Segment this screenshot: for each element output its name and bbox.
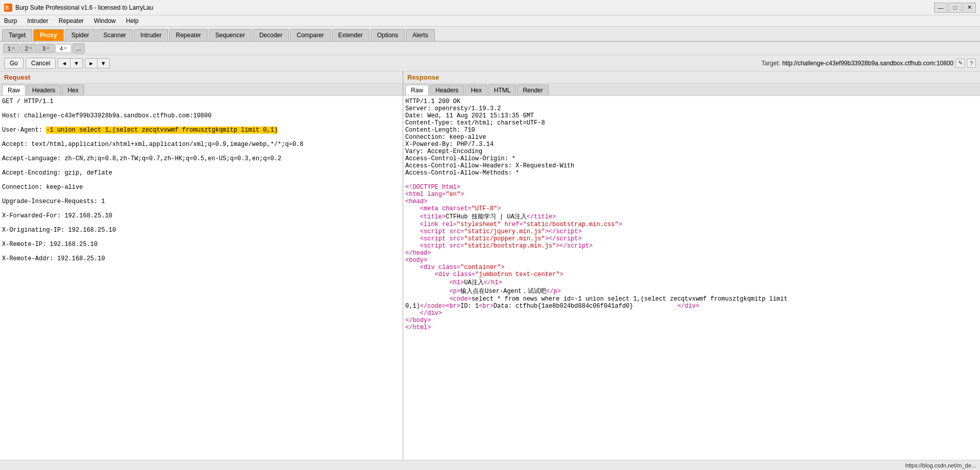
tab-spider[interactable]: Spider xyxy=(65,29,96,41)
res-header-4: Content-Type: text/html; charset=UTF-8 xyxy=(405,119,545,127)
close-button[interactable]: ✕ xyxy=(963,3,976,13)
request-label: Request xyxy=(4,73,30,81)
res-doctype: <!DOCTYPE html> xyxy=(405,184,460,191)
nav-prev-down-button[interactable]: ▼ xyxy=(70,59,82,68)
edit-target-button[interactable]: ✎ xyxy=(955,59,965,68)
nav-next-group: ► ▼ xyxy=(85,58,110,68)
menu-burp[interactable]: Burp xyxy=(2,16,19,26)
response-content[interactable]: HTTP/1.1 200 OK Server: openresty/1.19.3… xyxy=(403,96,980,460)
title-bar-left: B Burp Suite Professional v1.6 - license… xyxy=(4,4,153,12)
request-line-11: X-Remote-IP: 192.168.25.10 xyxy=(2,241,401,248)
request-panel: Request Raw Headers Hex GET / HTTP/1.1 H… xyxy=(0,71,403,460)
sub-tab-4-close[interactable]: × xyxy=(64,45,67,51)
svg-text:B: B xyxy=(5,5,9,11)
tab-alerts[interactable]: Alerts xyxy=(406,29,435,41)
res-html-close: </html> xyxy=(405,324,431,331)
tab-options[interactable]: Options xyxy=(371,29,405,41)
sub-tab-2[interactable]: 2 × xyxy=(20,44,37,53)
request-line-7: Connection: keep-alive xyxy=(2,184,401,191)
nav-next-button[interactable]: ► xyxy=(85,59,97,68)
window-title: Burp Suite Professional v1.6 - licensed … xyxy=(15,4,153,11)
main-content: Request Raw Headers Hex GET / HTTP/1.1 H… xyxy=(0,71,980,460)
title-bar-controls: — □ ✕ xyxy=(934,3,976,13)
menu-intruder[interactable]: Intruder xyxy=(25,16,50,26)
res-body-close: </body> xyxy=(405,317,431,324)
sub-tab-4-label: 4 xyxy=(60,45,63,52)
tab-intruder[interactable]: Intruder xyxy=(134,29,168,41)
sub-tab-3-close[interactable]: × xyxy=(46,45,50,51)
sub-tab-1-close[interactable]: × xyxy=(12,45,15,51)
request-tab-hex[interactable]: Hex xyxy=(62,85,84,95)
menu-bar: Burp Intruder Repeater Window Help xyxy=(0,15,980,27)
res-head-close: </head> xyxy=(405,250,431,257)
sub-tab-2-close[interactable]: × xyxy=(29,45,32,51)
tab-proxy[interactable]: Proxy xyxy=(33,29,63,41)
go-button[interactable]: Go xyxy=(4,58,23,69)
res-header-11: Access-Control-Allow-Methods: * xyxy=(405,169,519,177)
cancel-button[interactable]: Cancel xyxy=(26,58,56,69)
title-bar: B Burp Suite Professional v1.6 - license… xyxy=(0,0,980,15)
target-label: Target: xyxy=(762,60,780,67)
sub-tab-1[interactable]: 1 × xyxy=(3,44,19,53)
sub-tab-3-label: 3 xyxy=(42,45,45,52)
target-url: http://challenge-c43ef99b33928b9a.sandbo… xyxy=(782,60,953,67)
sub-tab-3[interactable]: 3 × xyxy=(38,44,54,53)
app-icon: B xyxy=(4,4,12,12)
response-tab-hex[interactable]: Hex xyxy=(465,85,487,95)
res-header-6: Connection: keep-alive xyxy=(405,134,486,141)
request-tab-raw[interactable]: Raw xyxy=(2,85,26,95)
res-header-3: Date: Wed, 11 Aug 2021 15:13:35 GMT xyxy=(405,112,534,119)
help-target-button[interactable]: ? xyxy=(967,59,976,68)
toolbar: Go Cancel ◄ ▼ ► ▼ Target: http://challen… xyxy=(0,55,980,71)
tab-extender[interactable]: Extender xyxy=(332,29,370,41)
menu-window[interactable]: Window xyxy=(92,16,118,26)
request-line-6: Accept-Encoding: gzip, deflate xyxy=(2,169,401,177)
minimize-button[interactable]: — xyxy=(934,3,947,13)
res-html-open: <html lang="en"> xyxy=(405,191,464,198)
res-header-1: HTTP/1.1 200 OK xyxy=(405,98,460,105)
request-header: Request xyxy=(0,71,403,84)
tab-scanner[interactable]: Scanner xyxy=(96,29,133,41)
request-highlight: -1 union select 1,(select zecqtvxwmf fro… xyxy=(46,127,278,134)
status-url: https://blog.csdn.net/m_de... xyxy=(905,462,976,468)
maximize-button[interactable]: □ xyxy=(948,3,962,13)
res-body-open: <body> xyxy=(405,257,427,264)
nav-prev-group: ◄ ▼ xyxy=(58,58,83,68)
nav-next-down-button[interactable]: ▼ xyxy=(97,59,109,68)
request-line-12: X-Remote-Addr: 192.168.25.10 xyxy=(2,255,401,262)
sub-tab-4[interactable]: 4 × xyxy=(55,44,71,53)
res-header-7: X-Powered-By: PHP/7.3.14 xyxy=(405,141,494,148)
request-line-9: X-Forwarded-For: 192.168.25.10 xyxy=(2,212,401,219)
request-line-8: Upgrade-Insecure-Requests: 1 xyxy=(2,198,401,205)
response-label: Response xyxy=(407,73,439,81)
tab-sequencer[interactable]: Sequencer xyxy=(209,29,252,41)
request-line-2: Host: challenge-c43ef99b33928b9a.sandbox… xyxy=(2,112,401,119)
tab-decoder[interactable]: Decoder xyxy=(253,29,289,41)
request-line-3: User-Agent: -1 union select 1,(select ze… xyxy=(2,127,401,134)
response-tab-raw[interactable]: Raw xyxy=(405,85,429,95)
request-line-10: X-Originating-IP: 192.168.25.10 xyxy=(2,227,401,234)
request-tab-headers[interactable]: Headers xyxy=(27,85,61,95)
tab-comparer[interactable]: Comparer xyxy=(290,29,330,41)
res-head-open: <head> xyxy=(405,198,427,205)
response-tabs: Raw Headers Hex HTML Render xyxy=(403,84,980,96)
sub-tab-ellipsis[interactable]: ... xyxy=(72,43,85,54)
tab-target[interactable]: Target xyxy=(2,29,32,41)
response-header: Response xyxy=(403,71,980,84)
tab-repeater[interactable]: Repeater xyxy=(169,29,207,41)
request-content[interactable]: GET / HTTP/1.1 Host: challenge-c43ef99b3… xyxy=(0,96,403,460)
sub-tab-2-label: 2 xyxy=(25,45,28,52)
response-tab-html[interactable]: HTML xyxy=(488,85,517,95)
nav-prev-button[interactable]: ◄ xyxy=(58,59,70,68)
sub-tab-bar: 1 × 2 × 3 × 4 × ... xyxy=(0,42,980,55)
response-tab-headers[interactable]: Headers xyxy=(430,85,464,95)
res-header-5: Content-Length: 710 xyxy=(405,127,475,134)
res-header-9: Access-Control-Allow-Origin: * xyxy=(405,155,516,162)
response-panel: Response Raw Headers Hex HTML Render HTT… xyxy=(403,71,980,460)
request-line-1: GET / HTTP/1.1 xyxy=(2,98,401,105)
status-bar: https://blog.csdn.net/m_de... xyxy=(0,460,980,470)
menu-repeater[interactable]: Repeater xyxy=(57,16,86,26)
request-line-5: Accept-Language: zh-CN,zh;q=0.8,zh-TW;q=… xyxy=(2,155,401,162)
response-tab-render[interactable]: Render xyxy=(517,85,548,95)
menu-help[interactable]: Help xyxy=(124,16,141,26)
